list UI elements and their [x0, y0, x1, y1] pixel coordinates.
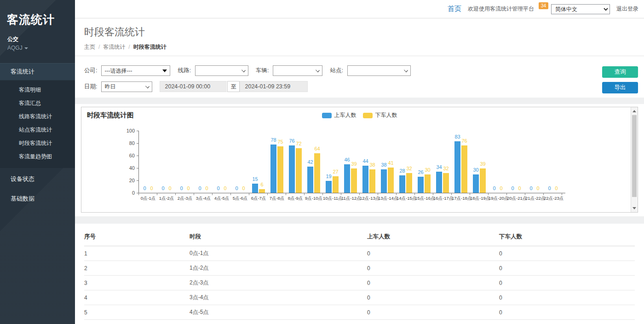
bar-slot: 32 — [406, 131, 412, 193]
bar-slot: 0 — [178, 131, 184, 193]
y-axis-tick-label: 80 — [120, 140, 135, 146]
bar-value-label: 78 — [270, 137, 276, 143]
station-select-wrap — [347, 65, 411, 76]
sidebar-submenu-item[interactable]: 线路客流统计 — [0, 110, 75, 123]
language-select[interactable]: 简体中文 — [551, 4, 610, 14]
bar-slot: 19 — [326, 131, 332, 193]
date-from-input[interactable] — [160, 81, 227, 92]
scrollbar-thumb[interactable] — [632, 115, 637, 197]
date-label: 日期: — [84, 83, 97, 91]
bar-slot: 39 — [480, 131, 486, 193]
table-cell: 0 — [367, 246, 499, 261]
bar — [425, 174, 431, 193]
y-axis-tick — [137, 168, 138, 168]
x-axis-category-label: 16点-17点 — [433, 196, 452, 202]
table-cell: 1点-2点 — [190, 261, 367, 276]
sidebar-submenu: 客流明细客流汇总线路客流统计站点客流统计时段客流统计客流量趋势图 — [0, 81, 75, 168]
bar-value-label: 0 — [143, 185, 146, 191]
bar-value-label: 0 — [150, 185, 153, 191]
bar-group: 3039 — [470, 131, 489, 193]
y-axis-tick-label: 40 — [120, 165, 135, 171]
bar — [326, 181, 332, 193]
bar-value-label: 0 — [205, 185, 208, 191]
breadcrumb-separator: / — [128, 44, 130, 50]
scroll-down-icon[interactable] — [632, 207, 636, 209]
table-header-cell: 下车人数 — [499, 228, 635, 246]
sidebar-section-passenger-stats[interactable]: 客流统计 — [0, 63, 75, 81]
sidebar-submenu-item[interactable]: 客流明细 — [0, 83, 75, 97]
bar-slot: 75 — [277, 131, 283, 193]
station-select[interactable] — [347, 65, 411, 76]
y-axis-tick-label: 20 — [120, 178, 135, 183]
table-cell: 0 — [367, 261, 499, 276]
date-preset-select[interactable]: 昨日 — [101, 81, 152, 92]
x-axis-category-label: 19点-20点 — [489, 196, 507, 202]
bar — [259, 189, 265, 193]
chart-panel: 时段车流统计图 上车人数下车人数 00000000000015678757672… — [75, 104, 644, 216]
y-axis-tick-label: 100 — [120, 128, 135, 133]
bar-slot: 41 — [388, 131, 394, 193]
bar-slot: 38 — [369, 131, 375, 193]
bar — [314, 153, 320, 193]
bar-group: 1927 — [323, 131, 341, 193]
table-cell: 0 — [499, 261, 635, 276]
date-to-input[interactable] — [240, 81, 308, 92]
filter-buttons: 查询 导出 — [602, 66, 638, 93]
query-button[interactable]: 查询 — [602, 66, 638, 78]
table-cell: 0 — [499, 246, 635, 261]
x-axis-category-label: 5点-6点 — [231, 196, 249, 202]
home-link[interactable]: 首页 — [448, 5, 461, 13]
x-axis-category-label: 13点-14点 — [378, 196, 397, 202]
line-select[interactable] — [195, 65, 248, 76]
sidebar-menu-item[interactable]: 设备状态 — [0, 170, 75, 188]
x-axis-labels: 0点-1点1点-2点2点-3点3点-4点4点-5点5点-6点6点-7点7点-8点… — [139, 196, 562, 202]
bar-value-label: 64 — [314, 146, 320, 151]
filter-panel: 公司: ---请选择--- 线路: 车辆: 站点: 日期: — [75, 56, 644, 98]
bar-slot: 6 — [259, 131, 265, 193]
bar-value-label: 0 — [187, 185, 190, 191]
page-title: 时段客流统计 — [84, 25, 644, 39]
logout-link[interactable]: 退出登录 — [616, 5, 638, 13]
scroll-up-icon[interactable] — [632, 110, 636, 112]
breadcrumb-item[interactable]: 客流统计 — [103, 44, 125, 50]
table-body: 10点-1点0021点-2点0032点-3点0043点-4点0054点-5点00… — [84, 246, 635, 324]
x-axis-category-label: 20点-21点 — [507, 196, 525, 202]
notification-badge[interactable]: 34 — [539, 2, 548, 9]
table-cell: 4 — [84, 290, 190, 305]
breadcrumb-item[interactable]: 主页 — [84, 44, 95, 50]
company-select[interactable]: ---请选择--- — [101, 65, 170, 76]
table-cell: 0 — [367, 276, 499, 290]
y-axis-tick — [137, 193, 138, 193]
sidebar-submenu-item[interactable]: 客流汇总 — [0, 97, 75, 110]
company-select-wrap: ---请选择--- — [101, 65, 170, 76]
top-navbar: 首页 欢迎使用客流统计管理平台 34 简体中文 退出登录 — [75, 0, 644, 18]
x-axis-category-label: 7点-8点 — [268, 196, 286, 202]
bar-value-label: 30 — [425, 167, 430, 173]
x-axis-category-label: 8点-9点 — [286, 196, 305, 202]
table-header-cell: 时段 — [190, 228, 367, 246]
sidebar-submenu-item[interactable]: 时段客流统计 — [0, 137, 75, 150]
bar-value-label: 0 — [217, 185, 219, 191]
export-button[interactable]: 导出 — [602, 82, 638, 93]
sidebar-menu-item[interactable]: 基础数据 — [0, 190, 75, 208]
vehicle-select-wrap — [273, 65, 322, 76]
sidebar-submenu-item[interactable]: 站点客流统计 — [0, 123, 75, 137]
bar-slot: 0 — [234, 131, 240, 193]
bar-value-label: 83 — [454, 134, 460, 139]
sidebar-submenu-item[interactable]: 客流量趋势图 — [0, 150, 75, 163]
table-cell: 2点-3点 — [190, 276, 367, 290]
user-menu[interactable]: AQGJ — [0, 43, 75, 51]
bar-value-label: 32 — [443, 166, 448, 171]
bar — [289, 145, 295, 193]
chart-vertical-scrollbar[interactable] — [631, 107, 638, 212]
bar-value-label: 38 — [369, 162, 375, 168]
x-axis-category-label: 17点-18点 — [452, 196, 470, 202]
x-axis-category-label: 6点-7点 — [249, 196, 268, 202]
bar-group: 2832 — [397, 131, 415, 193]
vehicle-select[interactable] — [273, 65, 322, 76]
bar-value-label: 0 — [536, 185, 539, 191]
bar-slot: 32 — [443, 131, 449, 193]
line-select-wrap — [195, 65, 248, 76]
table-row: 65点-6点00 — [84, 320, 635, 324]
chart-widget: 时段车流统计图 上车人数下车人数 00000000000015678757672… — [81, 107, 638, 213]
